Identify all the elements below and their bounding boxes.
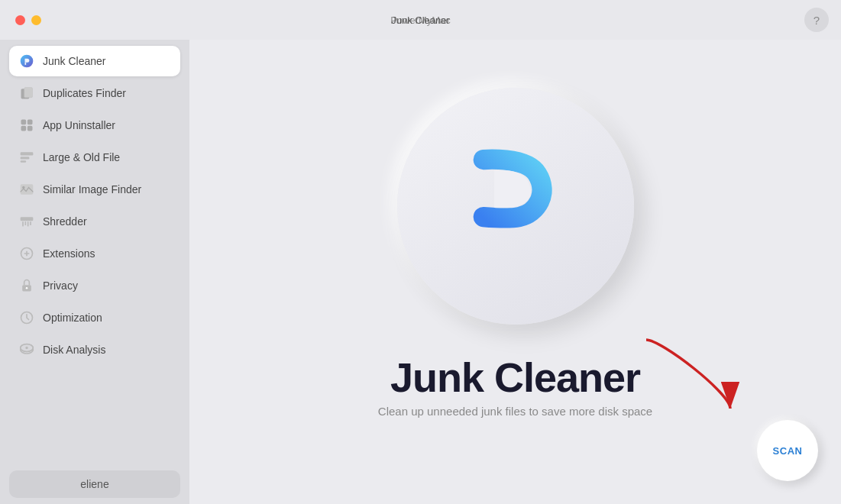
svg-rect-3 [24, 88, 33, 98]
sidebar-label-large-old-file: Large & Old File [43, 151, 120, 163]
text-section: Junk Cleaner Clean up unneeded junk file… [378, 355, 652, 418]
traffic-lights [15, 15, 57, 25]
optimization-icon [18, 309, 35, 326]
sidebar-item-junk-cleaner[interactable]: Junk Cleaner [9, 46, 180, 76]
sidebar-item-app-uninstaller[interactable]: App Uninstaller [9, 110, 180, 141]
sidebar-label-extensions: Extensions [43, 247, 95, 260]
sidebar-label-shredder: Shredder [43, 215, 87, 228]
large-old-file-icon [18, 149, 35, 166]
svg-rect-17 [30, 221, 31, 225]
svg-rect-8 [21, 152, 34, 155]
svg-rect-1 [25, 63, 27, 65]
disk-analysis-icon [18, 341, 35, 358]
svg-rect-13 [21, 217, 34, 221]
junk-cleaner-icon [18, 53, 35, 69]
svg-point-20 [26, 287, 28, 289]
content-area: Junk Cleaner Clean up unneeded junk file… [189, 40, 841, 504]
titlebar: PowerMyMac Junk Cleaner ? [0, 0, 841, 40]
minimize-button[interactable] [31, 15, 41, 25]
sub-title: Clean up unneeded junk files to save mor… [378, 405, 652, 418]
privacy-icon [18, 277, 35, 294]
duplicates-finder-icon [18, 85, 35, 102]
svg-rect-4 [21, 120, 27, 125]
main-title: Junk Cleaner [378, 355, 652, 400]
close-button[interactable] [15, 15, 25, 25]
similar-image-finder-icon [18, 181, 35, 198]
sidebar-item-similar-image-finder[interactable]: Similar Image Finder [9, 174, 180, 205]
sidebar-label-privacy: Privacy [43, 279, 78, 292]
svg-rect-15 [25, 221, 27, 225]
svg-rect-16 [27, 221, 29, 227]
sidebar-user[interactable]: eliene [9, 470, 180, 498]
svg-rect-10 [21, 160, 27, 163]
sidebar-item-extensions[interactable]: Extensions [9, 238, 180, 269]
sidebar-item-shredder[interactable]: Shredder [9, 206, 180, 237]
svg-point-25 [25, 347, 27, 349]
sidebar-item-disk-analysis[interactable]: Disk Analysis [9, 334, 180, 365]
sidebar-item-duplicates-finder[interactable]: Duplicates Finder [9, 78, 180, 108]
window-title: Junk Cleaner [391, 15, 450, 26]
sidebar-label-junk-cleaner: Junk Cleaner [43, 55, 106, 67]
shredder-icon [18, 213, 35, 230]
red-arrow-icon [631, 332, 746, 424]
sidebar-spacer [9, 367, 180, 469]
scan-button[interactable]: SCAN [757, 420, 818, 481]
sidebar-item-optimization[interactable]: Optimization [9, 302, 180, 333]
sidebar-label-duplicates-finder: Duplicates Finder [43, 87, 126, 99]
svg-rect-7 [27, 126, 33, 131]
app-uninstaller-icon [18, 117, 35, 134]
svg-rect-9 [21, 157, 30, 159]
logo-circle [397, 88, 634, 325]
sidebar-item-privacy[interactable]: Privacy [9, 270, 180, 301]
sidebar: Junk Cleaner Duplicates Finder [0, 40, 189, 504]
main-layout: Junk Cleaner Duplicates Finder [0, 40, 841, 504]
sidebar-label-similar-image-finder: Similar Image Finder [43, 183, 141, 195]
svg-rect-5 [27, 120, 33, 125]
svg-point-12 [22, 186, 24, 189]
svg-rect-6 [21, 126, 27, 131]
sidebar-label-app-uninstaller: App Uninstaller [43, 119, 115, 131]
svg-rect-14 [22, 221, 24, 227]
sidebar-label-disk-analysis: Disk Analysis [43, 344, 105, 356]
extensions-icon [18, 245, 35, 262]
p-logo-icon [466, 149, 565, 263]
sidebar-item-large-old-file[interactable]: Large & Old File [9, 142, 180, 173]
help-button[interactable]: ? [804, 8, 829, 32]
sidebar-label-optimization: Optimization [43, 312, 102, 324]
